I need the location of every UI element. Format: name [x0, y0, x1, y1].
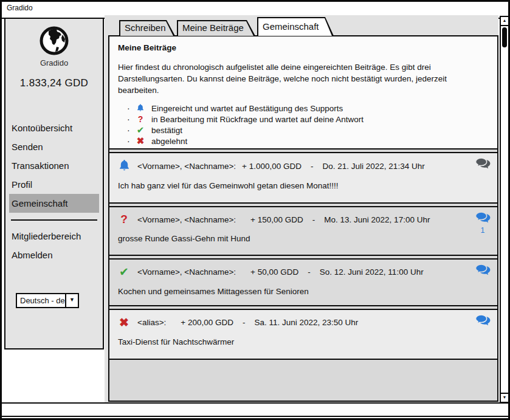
- app-window: Gradido Gradido 1.833,24 GDD Kontoübersi…: [0, 0, 510, 420]
- tab-schreiben[interactable]: Schreiben: [119, 20, 175, 36]
- contribution-entry[interactable]: ✔ <Vorname>, <Nachname>: + 50,00 GDD - S…: [109, 258, 497, 306]
- check-icon: ✔: [117, 265, 131, 279]
- sidebar-item-profil[interactable]: Profil: [9, 175, 99, 194]
- legend-text: Eingereicht und wartet auf Bestätigung d…: [151, 104, 343, 113]
- scrollbar[interactable]: ▲ ▼: [500, 16, 509, 403]
- entry-header: ✔ <Vorname>, <Nachname>: + 50,00 GDD - S…: [117, 265, 490, 279]
- content-panel: Meine Beiträge Hier findest du chronolog…: [108, 35, 498, 402]
- sidebar: Gradido 1.833,24 GDD Kontoübersicht Send…: [4, 18, 104, 349]
- entry-body: Kochen und gemeinsames Mittagessen für S…: [118, 287, 490, 296]
- tab-label: Meine Beiträge: [177, 20, 255, 33]
- sidebar-item-abmelden[interactable]: Abmelden: [9, 246, 99, 264]
- chat-icon[interactable]: 1: [474, 212, 491, 235]
- chat-icon[interactable]: [474, 264, 491, 278]
- entry-date: Mo. 13. Juni 2022, 17:00 Uhr: [324, 215, 430, 224]
- entry-date: Sa. 11. Juni 2022, 23:50 Uhr: [254, 318, 358, 327]
- legend-item-eingereicht: · Eingereicht und wartet auf Bestätigung…: [118, 103, 489, 114]
- entry-name: <alias>:: [137, 318, 166, 327]
- bullet: ·: [127, 103, 129, 113]
- entry-date: So. 12. Juni 2022, 11:00 Uhr: [320, 267, 424, 277]
- sidebar-item-mitgliederbereich[interactable]: Mitgliederbereich: [9, 227, 99, 246]
- globe-icon: [40, 26, 69, 55]
- chevron-down-icon[interactable]: ▼: [65, 294, 78, 307]
- entry-header: <Vorname>, <Nachname>: + 1.000,00 GDD - …: [117, 159, 490, 173]
- tab-bar: Schreiben Meine Beiträge Gemeinschaft: [119, 17, 334, 36]
- sidebar-brand: Gradido 1.833,24 GDD: [5, 19, 103, 89]
- legend-text: in Bearbeitung mit Rückfrage und wartet …: [151, 115, 364, 124]
- bullet: ·: [127, 125, 129, 135]
- entry-body: grosse Runde Gassi-Gehn mit Hund: [118, 234, 490, 243]
- legend-item-rueckfrage: · ? in Bearbeitung mit Rückfrage und war…: [118, 114, 489, 125]
- scroll-up-icon[interactable]: ▲: [501, 17, 508, 26]
- entry-body: Taxi-Dienst für Nachtschwärmer: [118, 337, 490, 346]
- contribution-entry[interactable]: ✖ <alias>: + 200,00 GDD - Sa. 11. Juni 2…: [109, 309, 497, 360]
- intro-description: Hier findest du chronologisch aufgeliste…: [118, 61, 485, 96]
- bell-icon: [135, 103, 146, 114]
- legend-text: abgelehnt: [151, 137, 187, 146]
- bullet: ·: [127, 136, 129, 146]
- scrollbar-thumb[interactable]: [502, 27, 507, 47]
- entry-amount: + 50,00 GDD: [250, 267, 298, 277]
- comment-count: 1: [474, 226, 491, 235]
- scroll-down-icon[interactable]: ▼: [501, 393, 508, 402]
- legend-item-abgelehnt: · ✖ abgelehnt: [118, 136, 489, 146]
- sidebar-item-senden[interactable]: Senden: [9, 137, 99, 156]
- entry-body: Ich hab ganz viel für das Gemeinwohl get…: [118, 181, 490, 190]
- sidebar-item-kontouebersicht[interactable]: Kontoübersicht: [9, 119, 99, 137]
- entry-name: <Vorname>, <Nachname>:: [137, 215, 236, 224]
- status-bar: [2, 402, 508, 417]
- tab-label: Gemeinschaft: [257, 17, 334, 32]
- language-select[interactable]: Deutsch - de ▼: [16, 293, 79, 308]
- brand-label: Gradido: [5, 58, 103, 67]
- chat-icon[interactable]: [474, 157, 491, 172]
- legend-item-bestaetigt: · ✔ bestätigt: [118, 125, 489, 136]
- entry-header: ? <Vorname>, <Nachname>: + 150,00 GDD - …: [117, 213, 490, 226]
- entry-name: <Vorname>, <Nachname>:: [137, 162, 236, 171]
- question-icon: ?: [135, 114, 146, 124]
- balance-amount: 1.833,24 GDD: [5, 77, 103, 89]
- sidebar-menu: Kontoübersicht Senden Transaktionen Prof…: [5, 119, 103, 264]
- contribution-entry[interactable]: ? <Vorname>, <Nachname>: + 150,00 GDD - …: [109, 206, 497, 256]
- language-select-value: Deutsch - de: [17, 294, 65, 307]
- question-icon: ?: [117, 213, 131, 226]
- check-icon: ✔: [135, 125, 146, 136]
- tab-meine-beitraege[interactable]: Meine Beiträge: [177, 20, 255, 36]
- entry-name: <Vorname>, <Nachname>:: [137, 267, 236, 277]
- window-title: Gradido: [7, 4, 33, 12]
- separator: -: [312, 215, 315, 224]
- contribution-entry[interactable]: <Vorname>, <Nachname>: + 1.000,00 GDD - …: [109, 152, 497, 204]
- entry-amount: + 1.000,00 GDD: [242, 162, 302, 171]
- tab-gemeinschaft[interactable]: Gemeinschaft: [257, 17, 334, 36]
- bullet: ·: [127, 114, 129, 124]
- chat-icon[interactable]: [474, 314, 491, 329]
- cross-icon: ✖: [135, 136, 146, 146]
- sidebar-divider: [11, 219, 97, 221]
- separator: -: [243, 318, 246, 327]
- legend-text: bestätigt: [151, 126, 182, 135]
- page-title: Meine Beiträge: [118, 43, 489, 52]
- cross-icon: ✖: [117, 315, 131, 329]
- intro-box: Meine Beiträge Hier findest du chronolog…: [109, 36, 497, 150]
- entry-amount: + 150,00 GDD: [250, 215, 303, 224]
- entry-amount: + 200,00 GDD: [181, 318, 233, 327]
- separator: -: [311, 162, 314, 171]
- bell-icon: [117, 159, 131, 173]
- entry-date: Do. 21. Juli 2022, 21:34 Uhr: [323, 162, 425, 171]
- entry-header: ✖ <alias>: + 200,00 GDD - Sa. 11. Juni 2…: [117, 315, 490, 329]
- tab-label: Schreiben: [119, 20, 175, 33]
- separator: -: [308, 267, 311, 277]
- sidebar-item-gemeinschaft[interactable]: Gemeinschaft: [9, 194, 99, 213]
- sidebar-item-transaktionen[interactable]: Transaktionen: [9, 156, 99, 175]
